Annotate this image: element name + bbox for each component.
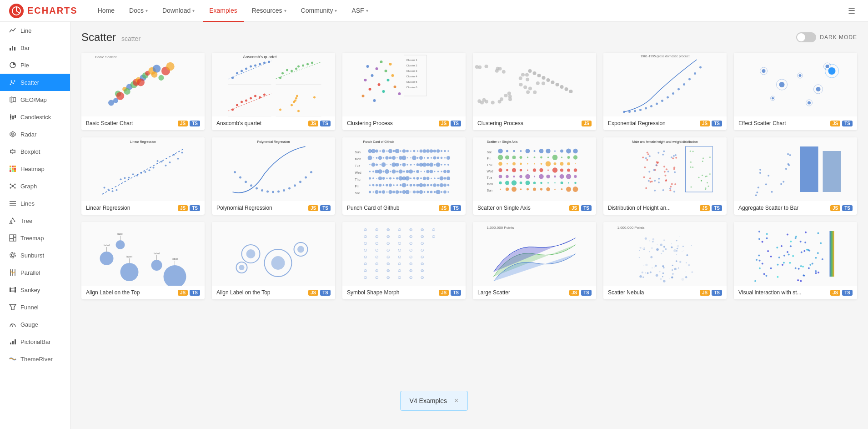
sidebar-item-boxplot[interactable]: Boxplot xyxy=(0,143,70,160)
nav-community[interactable]: Community ▾ xyxy=(295,0,344,22)
svg-point-196 xyxy=(565,87,568,91)
chart-card-punch-card[interactable]: Punch Card of Github SunMonTueWedThuFriS… xyxy=(342,137,466,215)
badge-ts-6[interactable]: TS xyxy=(190,205,200,211)
chart-card-basic-scatter[interactable]: Basic Scatter Basic Scatter ChartJSTS xyxy=(81,53,205,130)
svg-point-159 xyxy=(507,91,511,95)
badge-js-14[interactable]: JS xyxy=(439,290,449,296)
badge-js-12[interactable]: JS xyxy=(178,290,188,296)
nav-download[interactable]: Download ▾ xyxy=(156,0,201,22)
sidebar-item-candlestick[interactable]: Candlestick xyxy=(0,108,70,126)
badge-js-16[interactable]: JS xyxy=(700,290,710,296)
chart-card-effect-scatter[interactable]: Effect Scatter ChartJSTS xyxy=(734,53,857,130)
sidebar-item-treemap[interactable]: Treemap xyxy=(0,229,70,247)
badge-ts-17[interactable]: TS xyxy=(842,290,853,296)
sidebar-item-lines[interactable]: Lines xyxy=(0,195,70,212)
chart-card-exponential[interactable]: 1961-1995 gross domestic product Exponen… xyxy=(603,53,727,130)
sidebar-item-radar[interactable]: Radar xyxy=(0,126,70,143)
chart-card-single-axis[interactable]: Scatter on Single Axis SatFriThuWedTueMo… xyxy=(473,137,596,215)
svg-rect-21 xyxy=(10,150,15,153)
chart-card-scatter-to-bar[interactable]: Aggregate Scatter to BarJSTS xyxy=(734,137,857,215)
badge-js-9[interactable]: JS xyxy=(569,205,579,211)
badge-js-8[interactable]: JS xyxy=(439,205,449,211)
chart-card-align-label2[interactable]: Align Label on the TopJSTS xyxy=(212,222,335,299)
chart-card-large-scatter[interactable]: 1,000,000 Points Large ScatterJSTS xyxy=(473,222,596,299)
svg-point-590 xyxy=(702,161,703,162)
svg-point-637 xyxy=(116,240,125,249)
sidebar-item-sunburst[interactable]: Sunburst xyxy=(0,247,70,264)
chart-card-linear-regression[interactable]: Linear Regression Linear RegressionJSTS xyxy=(81,137,205,215)
nav-docs[interactable]: Docs ▾ xyxy=(123,0,154,22)
badge-js-5[interactable]: JS xyxy=(830,121,840,126)
badge-ts-2[interactable]: TS xyxy=(451,121,461,126)
svg-point-775 xyxy=(650,271,652,273)
badge-ts-1[interactable]: TS xyxy=(320,121,331,126)
svg-point-371 xyxy=(447,170,450,173)
sidebar-item-graph[interactable]: Graph xyxy=(0,177,70,195)
badge-ts-8[interactable]: TS xyxy=(451,205,461,211)
badge-js-10[interactable]: JS xyxy=(700,205,710,211)
sidebar-item-scatter[interactable]: Scatter xyxy=(0,74,70,91)
chart-card-nebula[interactable]: 1,000,000 Points Scatter NebulaJSTS xyxy=(603,222,727,299)
chart-card-height-dist[interactable]: Male and female height and weight distri… xyxy=(603,137,727,215)
chart-card-clustering1[interactable]: Cluster 1 Cluster 2 Cluster 3 Cluster 4 … xyxy=(342,53,466,130)
dark-mode-switch[interactable] xyxy=(796,32,816,42)
nav-asf[interactable]: ASF ▾ xyxy=(345,0,374,22)
badge-ts-13[interactable]: TS xyxy=(320,290,331,296)
badge-ts-4[interactable]: TS xyxy=(712,121,722,126)
svg-point-478 xyxy=(512,162,516,166)
badge-js-15[interactable]: JS xyxy=(569,290,579,296)
sidebar-item-themeriver[interactable]: ThemeRiver xyxy=(0,350,70,368)
chart-thumb-clustering1: Cluster 1 Cluster 2 Cluster 3 Cluster 4 … xyxy=(342,53,466,116)
chart-card-clustering2[interactable]: Clustering ProcessJS xyxy=(473,53,596,130)
sidebar-item-bar[interactable]: Bar xyxy=(0,39,70,56)
badge-ts-10[interactable]: TS xyxy=(712,205,722,211)
badge-ts-5[interactable]: TS xyxy=(842,121,853,126)
svg-text:☺: ☺ xyxy=(420,227,425,232)
sidebar-item-pie[interactable]: Pie xyxy=(0,56,70,74)
badge-js-4[interactable]: JS xyxy=(700,121,710,126)
sidebar-item-gauge[interactable]: Gauge xyxy=(0,316,70,333)
badge-ts-12[interactable]: TS xyxy=(190,290,200,296)
chart-card-visual-interaction[interactable]: Visual interaction with st...JSTS xyxy=(734,222,857,299)
dark-mode-toggle[interactable]: DARK MODE xyxy=(796,32,857,42)
chart-card-polynomial[interactable]: Polynomial Regression Polynomial Regress… xyxy=(212,137,335,215)
badge-js-3[interactable]: JS xyxy=(582,121,592,126)
badge-ts-15[interactable]: TS xyxy=(581,290,592,296)
badge-js-13[interactable]: JS xyxy=(308,290,318,296)
sidebar-item-heatmap[interactable]: Heatmap xyxy=(0,160,70,177)
svg-point-435 xyxy=(419,190,423,194)
badge-js-11[interactable]: JS xyxy=(830,205,840,211)
chart-card-symbol-morph[interactable]: ☺☺☺☺☺☺☺☺☺☺☺☺☺☺☺☺☺☺☺☺☺☺☺☺☺☺☺☺☺☺☺☺☺☺☺☺☺☺☺☺… xyxy=(342,222,466,299)
badge-ts-7[interactable]: TS xyxy=(320,205,331,211)
sidebar-item-pictorialbar[interactable]: PictorialBar xyxy=(0,333,70,350)
svg-text:Mon: Mon xyxy=(355,157,361,161)
nav-home[interactable]: Home xyxy=(91,0,121,22)
language-icon[interactable]: ☰ xyxy=(844,4,859,18)
badge-js-17[interactable]: JS xyxy=(830,290,840,296)
nav-resources[interactable]: Resources ▾ xyxy=(246,0,293,22)
svg-point-100 xyxy=(241,70,243,72)
badge-js-7[interactable]: JS xyxy=(308,205,318,211)
v4-close-button[interactable]: × xyxy=(454,397,458,405)
badge-js-0[interactable]: JS xyxy=(178,121,188,126)
logo[interactable]: ECHARTS xyxy=(9,4,78,18)
badge-ts-11[interactable]: TS xyxy=(842,205,853,211)
sidebar-item-parallel[interactable]: Parallel xyxy=(0,264,70,281)
svg-point-343 xyxy=(434,164,436,166)
chart-card-anscomb[interactable]: Anscomb's quartet Anscomb's quartetJSTS xyxy=(212,53,335,130)
chart-card-align-label1[interactable]: label label label label label Align Labe… xyxy=(81,222,205,299)
sidebar-item-line[interactable]: Line xyxy=(0,22,70,39)
badge-ts-14[interactable]: TS xyxy=(451,290,461,296)
sidebar-item-geomap[interactable]: GEO/Map xyxy=(0,91,70,108)
badge-ts-9[interactable]: TS xyxy=(581,205,592,211)
sidebar-item-sankey[interactable]: Sankey xyxy=(0,281,70,298)
sidebar-item-funnel[interactable]: Funnel xyxy=(0,298,70,316)
sidebar-item-tree[interactable]: Tree xyxy=(0,212,70,229)
badge-js-2[interactable]: JS xyxy=(439,121,449,126)
badge-js-1[interactable]: JS xyxy=(308,121,318,126)
badge-ts-0[interactable]: TS xyxy=(190,121,200,126)
badge-ts-16[interactable]: TS xyxy=(712,290,722,296)
badge-js-6[interactable]: JS xyxy=(178,205,188,211)
nav-examples[interactable]: Examples xyxy=(203,0,243,22)
svg-point-203 xyxy=(645,107,647,110)
